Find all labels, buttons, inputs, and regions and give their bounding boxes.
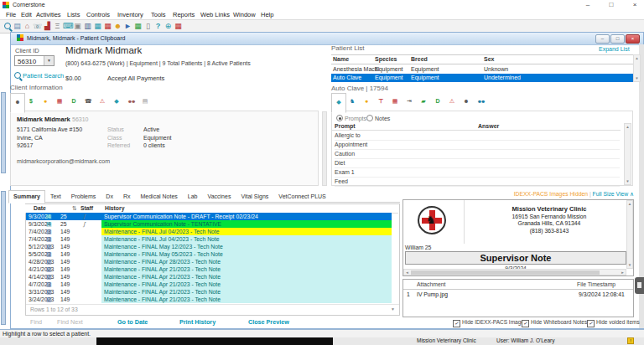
patient-row-selected[interactable]: Auto Clave Equipment Equipment Undetermi… [331, 74, 633, 82]
tab-summary[interactable]: Summary [8, 190, 45, 203]
tab-medical-notes[interactable]: Medical Notes [135, 190, 182, 203]
history-row[interactable]: 3/24/2023▧149Maintenance - FINAL Apr 21/… [26, 296, 392, 303]
clipboard-minimize-button[interactable]: – [595, 34, 610, 44]
history-row[interactable]: 4/7/2023▧149Maintenance - FINAL Apr 21/2… [26, 281, 392, 288]
scroll-thumb[interactable] [411, 270, 600, 275]
trash-icon[interactable]: ▯ [143, 21, 153, 31]
scroll-up-icon[interactable]: ▲ [627, 202, 632, 206]
menu-lists[interactable]: Lists [67, 11, 80, 18]
app-minimize-button[interactable]: – [579, 0, 597, 10]
sort-icon[interactable]: ⇅ [72, 205, 77, 212]
calendar-icon[interactable]: ▦ [93, 21, 102, 31]
tab-billing[interactable]: $ [24, 93, 38, 110]
menu-activities[interactable]: Activities [36, 11, 61, 18]
side-panel-handle[interactable] [635, 277, 644, 294]
close-preview-link[interactable]: Close Preview [248, 318, 289, 326]
column-breed[interactable]: Breed [411, 56, 428, 62]
workstation-icon[interactable]: ⌨ [63, 21, 72, 31]
warning-icon[interactable]: ⚠ [445, 93, 459, 110]
column-date[interactable]: Date [34, 205, 46, 211]
warning-icon[interactable]: ⚠ [96, 93, 109, 110]
client-id-combobox[interactable]: 56310 ▼ [14, 55, 55, 66]
prompt-column[interactable]: Prompt [335, 123, 356, 129]
web-icon[interactable]: ⊕ [164, 21, 173, 31]
history-row[interactable]: 4/28/2023▧149Maintenance - FINAL Apr 28/… [26, 258, 392, 265]
history-row[interactable]: 4/14/2023▧149Maintenance - FINAL Apr 21/… [26, 273, 392, 281]
alert-icon[interactable]: ! [627, 337, 634, 344]
exit-icon[interactable]: ▦ [174, 21, 183, 31]
history-row[interactable]: 9/3/2024▤25ʃSupervisor Communication Not… [26, 213, 392, 220]
animal-icon[interactable]: ♞ [345, 93, 359, 110]
answer-column[interactable]: Answer [478, 123, 499, 129]
column-species[interactable]: Species [375, 56, 397, 62]
prompts-radio[interactable]: Prompts [336, 114, 366, 121]
clipboard-maximize-button[interactable]: □ [610, 34, 625, 44]
tab-prescriptions[interactable]: D [67, 93, 80, 110]
tab-text[interactable]: Text [45, 190, 66, 203]
person-icon[interactable]: ☻ [460, 93, 473, 110]
tab-vaccines[interactable]: Vaccines [203, 190, 236, 203]
export-icon[interactable]: ► [123, 21, 132, 31]
expand-list-link[interactable]: Expand List [599, 46, 630, 52]
menu-inventory[interactable]: Inventory [117, 11, 143, 18]
medical-book-icon[interactable]: ▥ [83, 21, 92, 31]
patient-record-icon[interactable]: ▤ [13, 21, 22, 31]
history-row[interactable]: 4/21/2023▧149Maintenance - FINAL Apr 21/… [26, 265, 392, 273]
go-to-date-link[interactable]: Go to Date [117, 318, 148, 326]
tab-appointments[interactable]: ▦ [53, 93, 66, 110]
staff-icon[interactable]: ☻ [113, 21, 122, 31]
scroll-up-icon[interactable]: ▲ [634, 56, 640, 60]
menu-help[interactable]: Help [261, 11, 273, 18]
scale-icon[interactable]: Ξ [53, 21, 62, 31]
people-icon[interactable]: ☻☻ [474, 93, 487, 110]
scroll-down-icon[interactable]: ▼ [627, 263, 632, 267]
scroll-up-icon[interactable]: ▲ [625, 125, 631, 129]
menu-reports[interactable]: Reports [173, 11, 195, 18]
check-in-icon[interactable]: ⇥ [402, 93, 416, 110]
column-history[interactable]: History [105, 205, 124, 211]
scroll-down-icon[interactable]: ▼ [625, 179, 631, 183]
menu-web-links[interactable]: Web Links [200, 11, 230, 18]
chat-bubbles-icon[interactable]: ◆ [110, 93, 123, 110]
records-icon[interactable]: ▰ [417, 93, 430, 110]
whiteboard-icon[interactable]: ▦ [133, 21, 143, 31]
refills-icon[interactable]: D [431, 93, 444, 110]
scroll-right-icon[interactable]: ► [621, 270, 625, 275]
menu-edit[interactable]: Edit [21, 11, 32, 18]
column-staff[interactable]: Staff [80, 205, 93, 211]
tab-rx[interactable]: Rx [118, 190, 136, 203]
scroll-down-icon[interactable]: ▼ [391, 306, 395, 312]
chevron-down-icon[interactable]: ▼ [44, 56, 54, 65]
scheduler-icon[interactable]: ▦ [103, 21, 112, 31]
print-history-link[interactable]: Print History [179, 318, 216, 326]
preview-vscrollbar[interactable]: ▲ ▼ [626, 200, 633, 269]
column-sex[interactable]: Sex [484, 56, 494, 62]
find-next-link[interactable]: Find Next [57, 318, 83, 326]
scroll-down-icon[interactable]: ▼ [634, 76, 640, 80]
patient-list-scrollbar[interactable]: ▲ ▼ [633, 54, 641, 82]
tab-vital-signs[interactable]: Vital Signs [236, 190, 273, 203]
history-row[interactable]: 3/31/2023▧149Maintenance - FINAL Apr 21/… [26, 288, 392, 296]
schedule-icon[interactable]: ▦ [388, 93, 402, 110]
tab-dx[interactable]: Dx [101, 190, 118, 203]
history-row[interactable]: 7/4/2023▧149Maintenance - FINAL Jul 04/2… [26, 235, 392, 243]
menu-controls[interactable]: Controls [86, 11, 110, 18]
menu-window[interactable]: Window [233, 11, 256, 18]
people-icon[interactable]: ☻☻ [124, 93, 138, 110]
patient-row[interactable]: Anesthesia Machi Equipment Equipment Unk… [331, 65, 633, 74]
app-maximize-button[interactable]: □ [602, 0, 621, 10]
hide-pacs-checkbox[interactable]: ✓Hide IDEXX-PACS Images [453, 319, 527, 327]
tab-lab[interactable]: Lab [183, 190, 203, 203]
scroll-left-icon[interactable]: ◄ [405, 270, 409, 275]
history-row[interactable]: 7/4/2023▧149Maintenance - FINAL Jul 04/2… [26, 228, 392, 235]
bell-icon[interactable]: ● [360, 93, 373, 110]
imaging-icon[interactable]: ▣ [73, 21, 82, 31]
phone-icon[interactable]: ☎ [81, 93, 95, 110]
history-row[interactable]: 9/3/2024▤25ʃSupervisor Communication Not… [26, 220, 392, 228]
patient-search-link[interactable]: Patient Search [14, 71, 64, 80]
tab-client[interactable]: ☻ [10, 93, 25, 113]
find-link[interactable]: Find [30, 318, 42, 326]
chart-icon[interactable]: ▟ [43, 21, 52, 31]
client-info-scrollbar[interactable] [322, 111, 327, 186]
column-name[interactable]: Name [333, 56, 349, 62]
